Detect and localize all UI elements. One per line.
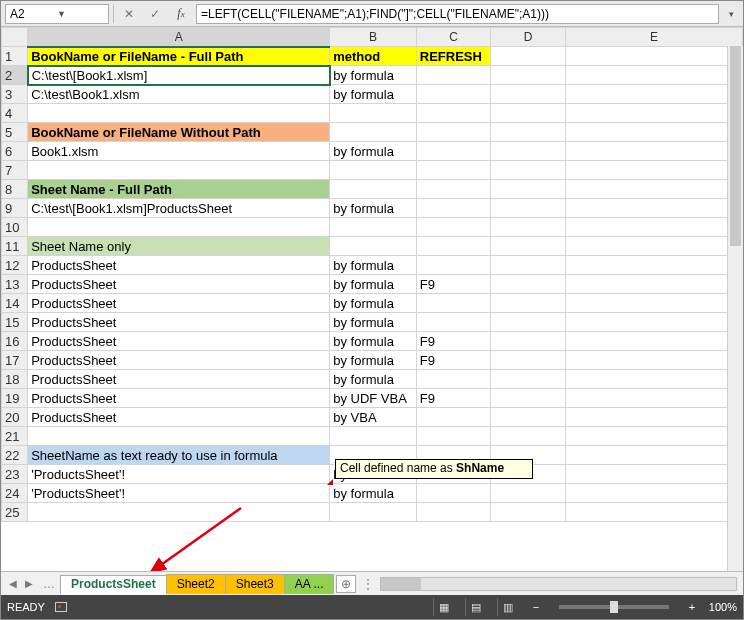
- cell-E3[interactable]: [565, 85, 742, 104]
- vertical-scrollbar[interactable]: [727, 46, 743, 571]
- cell-D21[interactable]: [491, 427, 566, 446]
- zoom-knob[interactable]: [610, 601, 618, 613]
- cell-D24[interactable]: [491, 484, 566, 503]
- accept-formula-button[interactable]: ✓: [144, 4, 166, 24]
- chevron-down-icon[interactable]: ▼: [57, 9, 104, 19]
- cell-A1[interactable]: BookName or FileName - Full Path: [28, 47, 330, 66]
- worksheet-grid[interactable]: A B C D E 1BookName or FileName - Full P…: [1, 27, 743, 571]
- row-header[interactable]: 24: [2, 484, 28, 503]
- row-header[interactable]: 23: [2, 465, 28, 484]
- cell-C15[interactable]: [416, 313, 491, 332]
- cell-B18[interactable]: by formula: [330, 370, 417, 389]
- cell-C8[interactable]: [416, 180, 491, 199]
- cell-B2[interactable]: by formula: [330, 66, 417, 85]
- cell-B8[interactable]: [330, 180, 417, 199]
- cell-D9[interactable]: [491, 199, 566, 218]
- horizontal-scrollbar[interactable]: [380, 577, 737, 591]
- tab-split-handle[interactable]: ⋮: [362, 577, 374, 591]
- cell-C17[interactable]: F9: [416, 351, 491, 370]
- sheet-tab[interactable]: Sheet2: [166, 574, 226, 594]
- zoom-out-button[interactable]: −: [529, 601, 543, 613]
- cell-E8[interactable]: [565, 180, 742, 199]
- cell-E19[interactable]: [565, 389, 742, 408]
- cell-E12[interactable]: [565, 256, 742, 275]
- cell-C3[interactable]: [416, 85, 491, 104]
- row-header[interactable]: 14: [2, 294, 28, 313]
- cell-E24[interactable]: [565, 484, 742, 503]
- cancel-formula-button[interactable]: ✕: [118, 4, 140, 24]
- cell-E14[interactable]: [565, 294, 742, 313]
- cell-A14[interactable]: ProductsSheet: [28, 294, 330, 313]
- row-header[interactable]: 12: [2, 256, 28, 275]
- cell-A17[interactable]: ProductsSheet: [28, 351, 330, 370]
- col-header-E[interactable]: E: [565, 28, 742, 47]
- zoom-slider[interactable]: [559, 605, 669, 609]
- cell-C6[interactable]: [416, 142, 491, 161]
- row-header[interactable]: 11: [2, 237, 28, 256]
- cell-B17[interactable]: by formula: [330, 351, 417, 370]
- cell-A2[interactable]: C:\test\[Book1.xlsm]: [28, 66, 330, 85]
- cell-B25[interactable]: [330, 503, 417, 522]
- select-all-corner[interactable]: [2, 28, 28, 47]
- cell-D6[interactable]: [491, 142, 566, 161]
- cell-D19[interactable]: [491, 389, 566, 408]
- cell-D12[interactable]: [491, 256, 566, 275]
- row-header[interactable]: 20: [2, 408, 28, 427]
- cell-D18[interactable]: [491, 370, 566, 389]
- hscroll-thumb[interactable]: [381, 578, 421, 590]
- cell-A15[interactable]: ProductsSheet: [28, 313, 330, 332]
- cell-D11[interactable]: [491, 237, 566, 256]
- cell-E20[interactable]: [565, 408, 742, 427]
- cell-D5[interactable]: [491, 123, 566, 142]
- col-header-C[interactable]: C: [416, 28, 491, 47]
- cell-B13[interactable]: by formula: [330, 275, 417, 294]
- cell-D13[interactable]: [491, 275, 566, 294]
- cell-C4[interactable]: [416, 104, 491, 123]
- new-sheet-button[interactable]: ⊕: [336, 575, 356, 593]
- tab-nav-prev-icon[interactable]: ◀: [5, 575, 21, 593]
- cell-D25[interactable]: [491, 503, 566, 522]
- cell-D8[interactable]: [491, 180, 566, 199]
- cell-A23[interactable]: 'ProductsSheet'!: [28, 465, 330, 484]
- cell-E13[interactable]: [565, 275, 742, 294]
- row-header[interactable]: 4: [2, 104, 28, 123]
- cell-D17[interactable]: [491, 351, 566, 370]
- scroll-thumb[interactable]: [730, 46, 741, 246]
- expand-formula-bar-icon[interactable]: ▾: [723, 9, 739, 19]
- row-header[interactable]: 13: [2, 275, 28, 294]
- cell-C18[interactable]: [416, 370, 491, 389]
- cell-B5[interactable]: [330, 123, 417, 142]
- tab-nav-next-icon[interactable]: ▶: [21, 575, 37, 593]
- cell-B12[interactable]: by formula: [330, 256, 417, 275]
- cell-B16[interactable]: by formula: [330, 332, 417, 351]
- cell-C7[interactable]: [416, 161, 491, 180]
- cell-E25[interactable]: [565, 503, 742, 522]
- cell-C24[interactable]: [416, 484, 491, 503]
- cell-A10[interactable]: [28, 218, 330, 237]
- row-header[interactable]: 15: [2, 313, 28, 332]
- cell-A22[interactable]: SheetName as text ready to use in formul…: [28, 446, 330, 465]
- cell-D16[interactable]: [491, 332, 566, 351]
- cell-B10[interactable]: [330, 218, 417, 237]
- row-header[interactable]: 25: [2, 503, 28, 522]
- cell-B11[interactable]: [330, 237, 417, 256]
- cell-A13[interactable]: ProductsSheet: [28, 275, 330, 294]
- sheet-tab[interactable]: AA ...: [284, 574, 335, 594]
- cell-B15[interactable]: by formula: [330, 313, 417, 332]
- cell-B9[interactable]: by formula: [330, 199, 417, 218]
- cell-E21[interactable]: [565, 427, 742, 446]
- cell-C9[interactable]: [416, 199, 491, 218]
- view-normal-icon[interactable]: ▦: [433, 598, 455, 616]
- cell-B21[interactable]: [330, 427, 417, 446]
- row-header[interactable]: 18: [2, 370, 28, 389]
- cell-D14[interactable]: [491, 294, 566, 313]
- cell-E9[interactable]: [565, 199, 742, 218]
- row-header[interactable]: 6: [2, 142, 28, 161]
- cell-B1[interactable]: method: [330, 47, 417, 66]
- row-header[interactable]: 1: [2, 47, 28, 66]
- row-header[interactable]: 16: [2, 332, 28, 351]
- tab-overflow-icon[interactable]: …: [37, 577, 61, 591]
- cell-E22[interactable]: [565, 446, 742, 465]
- cell-A5[interactable]: BookName or FileName Without Path: [28, 123, 330, 142]
- cell-A24[interactable]: 'ProductsSheet'!: [28, 484, 330, 503]
